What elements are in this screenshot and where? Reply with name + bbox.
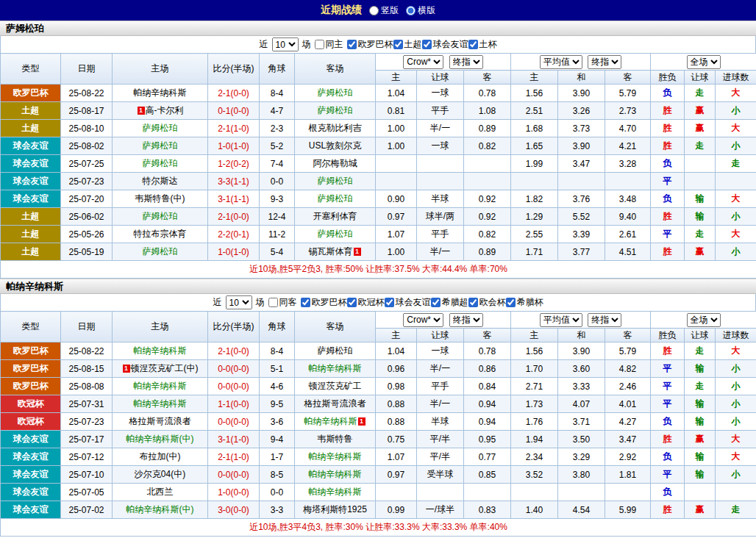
corner-count: 9-3 [260,190,295,208]
league-filter[interactable]: 土超 [393,38,422,51]
home-team[interactable]: 萨姆松珀 [113,120,208,137]
same-away-filter[interactable]: 同客 [268,296,297,309]
league-filter[interactable]: 欧会杯 [468,296,506,309]
avg-draw: 3.90 [558,85,605,102]
league-filter[interactable]: 球会友谊 [385,296,431,309]
away-team[interactable]: 萨姆松珀 [295,102,376,120]
away-team[interactable]: 帕纳辛纳科斯 [295,360,376,378]
away-team[interactable]: 根克勒比利吉 [295,120,376,137]
match-count-select[interactable]: 10 [226,295,252,309]
league-checkbox[interactable] [347,298,357,307]
odds-dropdowns: Crow* 终指 [376,54,511,71]
home-team[interactable]: 帕纳辛纳科斯(中) [113,431,208,448]
home-team[interactable]: 帕纳辛纳科斯(中) [113,501,208,519]
away-team[interactable]: 萨姆松珀 [295,226,376,243]
away-team[interactable]: 帕纳辛纳科斯1 [295,413,376,431]
red-card-badge: 1 [358,417,365,426]
avg-away: 2.92 [605,448,651,466]
away-team[interactable]: 帕纳辛纳科斯 [295,466,376,484]
home-team[interactable]: 格拉斯哥流浪者 [113,413,208,431]
home-team[interactable]: 北西兰 [113,484,208,501]
odds-away [464,155,511,173]
match-date: 25-08-15 [61,360,113,378]
league-filter[interactable]: 球会友谊 [422,38,468,51]
result-scope-select[interactable]: 全场 [687,55,721,69]
league-checkbox[interactable] [422,40,432,49]
league-checkbox[interactable] [393,40,403,49]
match-count-select[interactable]: 10 [272,37,299,51]
layout-horizontal-option[interactable]: 横版 [406,4,435,17]
away-team[interactable]: 格拉斯哥流浪者 [295,395,376,413]
away-team[interactable]: 韦斯特鲁 [295,431,376,448]
home-team[interactable]: 帕纳辛纳科斯 [113,85,208,102]
layout-vertical-option[interactable]: 竖版 [369,4,399,17]
league-checkbox[interactable] [385,298,394,307]
result-scope-select[interactable]: 全场 [687,313,721,327]
avg-home: 1.73 [511,395,558,413]
odds-source-select[interactable]: Crow* [403,55,443,69]
odds-source-select[interactable]: Crow* [403,313,443,327]
avg-draw-header: 和 [558,329,605,342]
odds-away: 1.08 [464,102,511,120]
match-score: 0-0(0-0) [208,466,260,484]
layout-vertical-radio[interactable] [369,6,379,15]
home-team[interactable]: 1高-卡尔利 [113,102,208,120]
league-checkbox[interactable] [431,298,441,307]
home-team[interactable]: 帕纳辛纳科斯 [113,342,208,360]
away-team[interactable]: 帕纳辛纳科斯 [295,484,376,501]
home-team[interactable]: 布拉加(中) [113,448,208,466]
odds-handicap: 一球 [417,342,464,360]
avg-source-select[interactable]: 平均值 [540,55,582,69]
odds-handicap [417,484,464,501]
same-away-checkbox[interactable] [268,298,278,307]
odds-time-select[interactable]: 终指 [449,55,483,69]
odds-away: 0.82 [464,226,511,243]
league-checkbox[interactable] [468,298,478,307]
same-home-checkbox[interactable] [315,40,324,49]
odds-home: 0.90 [376,190,417,208]
league-filter[interactable]: 希腊杯 [506,296,543,309]
filter-bar: 近 10 场 同主 欧罗巴杯土超球会友谊土杯 [0,36,756,53]
away-team[interactable]: USL敦刻尔克 [295,137,376,155]
away-team[interactable]: 梅塔利斯特1925 [295,501,376,519]
away-team[interactable]: 顿涅茨克矿工 [295,378,376,395]
league-filter[interactable]: 希腊超 [431,296,468,309]
league-filter[interactable]: 土杯 [468,38,497,51]
away-team[interactable]: 萨姆松珀 [295,173,376,190]
league-filter[interactable]: 欧冠杯 [347,296,385,309]
league-filter[interactable]: 欧罗巴杯 [301,296,347,309]
league-checkbox[interactable] [301,298,310,307]
league-checkbox[interactable] [506,298,516,307]
league-filter[interactable]: 欧罗巴杯 [347,38,393,51]
avg-source-select[interactable]: 平均值 [540,313,582,327]
home-team[interactable]: 萨姆松珀 [113,208,208,226]
home-team[interactable]: 萨姆松珀 [113,137,208,155]
match-type-badge: 球会友谊 [1,501,61,519]
away-team[interactable]: 锡瓦斯体育1 [295,243,376,261]
away-team[interactable]: 萨姆松珀 [295,85,376,102]
odds-time-select[interactable]: 终指 [449,313,483,327]
league-checkbox[interactable] [347,40,357,49]
away-team[interactable]: 萨姆松珀 [295,342,376,360]
home-team[interactable]: 萨姆松珀 [113,243,208,261]
corner-count: 4-7 [260,102,295,120]
avg-time-select[interactable]: 终指 [588,313,621,327]
layout-horizontal-radio[interactable] [406,6,416,15]
avg-home: 1.29 [511,208,558,226]
home-team[interactable]: 帕纳辛纳科斯 [113,395,208,413]
league-checkbox[interactable] [468,40,478,49]
same-home-filter[interactable]: 同主 [315,38,343,51]
away-team[interactable]: 开塞利体育 [295,208,376,226]
home-team[interactable]: 特尔斯达 [113,173,208,190]
home-team[interactable]: 特拉布宗体育 [113,226,208,243]
away-team[interactable]: 帕纳辛纳科斯 [295,448,376,466]
home-team[interactable]: 萨姆松珀 [113,155,208,173]
away-team[interactable]: 萨姆松珀 [295,190,376,208]
home-team[interactable]: 沙尔克04(中) [113,466,208,484]
avg-away: 2.73 [605,102,651,120]
home-team[interactable]: 帕纳辛纳科斯 [113,378,208,395]
home-team[interactable]: 1顿涅茨克矿工(中) [113,360,208,378]
home-team[interactable]: 韦斯特鲁(中) [113,190,208,208]
away-team[interactable]: 阿尔梅勒城 [295,155,376,173]
avg-time-select[interactable]: 终指 [588,55,621,69]
